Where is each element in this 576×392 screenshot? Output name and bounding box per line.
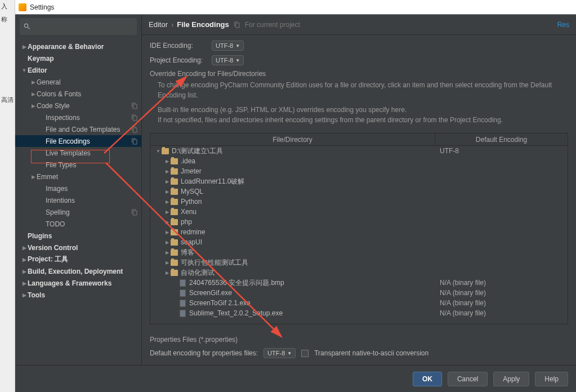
table-row[interactable]: ▶Jmeter: [150, 166, 568, 176]
cancel-button[interactable]: Cancel: [448, 372, 488, 386]
sidebar-item-tools[interactable]: Tools: [15, 289, 141, 301]
sidebar-item-images[interactable]: Images: [15, 182, 141, 194]
sidebar-item-version-control[interactable]: Version Control: [15, 242, 141, 253]
sidebar-item-code-style[interactable]: Code Style: [15, 100, 141, 112]
table-row[interactable]: ▶Xenu: [150, 207, 568, 217]
sidebar-item-live-templates[interactable]: Live Templates: [15, 147, 141, 159]
ide-encoding-dropdown[interactable]: UTF-8▼: [212, 41, 244, 51]
sidebar-item-inspections[interactable]: Inspections: [15, 112, 141, 123]
table-row[interactable]: ▶redmine: [150, 227, 568, 237]
override-section-title: Override Encoding for Files/Directories: [150, 70, 568, 78]
dialog-button-bar: OK Cancel Apply Help: [15, 365, 576, 392]
transparent-ascii-label: Transparent native-to-ascii conversion: [314, 349, 428, 357]
folder-icon: [171, 168, 178, 175]
window-titlebar[interactable]: Settings: [15, 0, 576, 15]
props-encoding-label: Default encoding for properties files:: [150, 349, 258, 357]
sidebar-item-label: Keymap: [28, 55, 138, 63]
file-name: Sublime_Text_2.0.2_Setup.exe: [189, 309, 283, 317]
sidebar-item-file-and-code-templates[interactable]: File and Code Templates: [15, 123, 141, 135]
properties-section: Properties Files (*.properties) Default …: [142, 329, 576, 365]
breadcrumb-parent[interactable]: Editor: [149, 20, 168, 29]
sidebar-item-label: General: [37, 78, 138, 86]
sidebar-item-plugins[interactable]: Plugins: [15, 230, 141, 242]
sidebar-item-appearance-behavior[interactable]: Appearance & Behavior: [15, 41, 141, 52]
sidebar-item-general[interactable]: General: [15, 76, 141, 88]
table-row[interactable]: ▶博客: [150, 247, 568, 257]
row-arrow-icon: ▶: [164, 260, 171, 265]
props-encoding-dropdown[interactable]: UTF-8▼: [264, 348, 296, 358]
sidebar-item-file-types[interactable]: File Types: [15, 159, 141, 171]
sidebar-item-todo[interactable]: TODO: [15, 218, 141, 230]
folder-icon: [171, 229, 178, 235]
table-row[interactable]: ▶可执行包性能测试工具: [150, 257, 568, 268]
folder-icon: [171, 189, 178, 195]
sidebar-item-label: Version Control: [28, 244, 138, 252]
table-row[interactable]: ▶MySQL: [150, 186, 568, 197]
file-name: 2404765536 安全提示问题.bmp: [189, 278, 284, 288]
sidebar-item-label: Live Templates: [46, 149, 138, 157]
file-name: 博客: [181, 248, 194, 257]
table-header: File/Directory Default Encoding: [150, 133, 568, 146]
encoding-form: IDE Encoding: UTF-8▼ Project Encoding: U…: [142, 35, 576, 133]
table-body: ▼D:\测试建立\工具UTF-8▶.idea▶Jmeter▶LoadRunner…: [150, 146, 568, 324]
tree-arrow-icon: [21, 68, 28, 73]
sidebar-item-project-[interactable]: Project: 工具: [15, 253, 141, 265]
sidebar-item-keymap[interactable]: Keymap: [15, 52, 141, 64]
col-file[interactable]: File/Directory: [150, 133, 435, 145]
table-row[interactable]: ScreenToGif 2.1.exeN/A (binary file): [150, 298, 568, 308]
sidebar-item-colors-fonts[interactable]: Colors & Fonts: [15, 88, 141, 100]
sidebar-item-label: Images: [46, 185, 138, 193]
col-encoding[interactable]: Default Encoding: [435, 133, 568, 145]
file-name: ScreenToGif 2.1.exe: [189, 299, 251, 307]
table-row[interactable]: ▶Python: [150, 197, 568, 207]
encoding-value: N/A (binary file): [435, 279, 568, 287]
table-row[interactable]: ▶自动化测试: [150, 268, 568, 278]
folder-icon: [171, 158, 178, 164]
sidebar-item-emmet[interactable]: Emmet: [15, 171, 141, 182]
reset-link[interactable]: Res: [557, 21, 569, 29]
sidebar-item-label: Emmet: [37, 173, 138, 181]
file-name: 可执行包性能测试工具: [181, 258, 248, 268]
override-desc-1: To change encoding PyCharm Community Edi…: [158, 80, 568, 100]
transparent-ascii-checkbox[interactable]: [301, 350, 309, 357]
project-encoding-dropdown[interactable]: UTF-8▼: [212, 55, 244, 65]
row-arrow-icon: ▼: [155, 149, 162, 154]
search-input[interactable]: [20, 18, 137, 35]
table-row[interactable]: ScreenGif.exeN/A (binary file): [150, 288, 568, 298]
sidebar-item-build-execution-deployment[interactable]: Build, Execution, Deployment: [15, 265, 141, 277]
folder-icon: [162, 148, 169, 154]
table-row[interactable]: ▶LoadRunner11.0破解: [150, 176, 568, 186]
sidebar-item-label: Spelling: [46, 208, 131, 216]
sidebar-item-spelling[interactable]: Spelling: [15, 206, 141, 218]
row-arrow-icon: ▶: [164, 189, 171, 194]
table-row[interactable]: ▼D:\测试建立\工具UTF-8: [150, 146, 568, 156]
copy-icon: [131, 138, 138, 145]
help-button[interactable]: Help: [535, 372, 568, 386]
table-row[interactable]: ▶.idea: [150, 156, 568, 166]
sidebar-item-file-encodings[interactable]: File Encodings: [15, 135, 141, 147]
tree-arrow-icon: [21, 245, 28, 251]
sidebar-item-editor[interactable]: Editor: [15, 64, 141, 76]
file-name: ScreenGif.exe: [189, 289, 232, 297]
table-row[interactable]: ▶php: [150, 217, 568, 227]
apply-button[interactable]: Apply: [493, 372, 529, 386]
table-row[interactable]: ▶soapUI: [150, 237, 568, 247]
sidebar-item-label: Editor: [28, 66, 138, 74]
folder-icon: [171, 270, 178, 276]
copy-icon: [131, 209, 138, 216]
sidebar-item-intentions[interactable]: Intentions: [15, 194, 141, 206]
ok-button[interactable]: OK: [413, 372, 442, 386]
window-title: Settings: [30, 3, 54, 11]
sidebar-item-label: Appearance & Behavior: [28, 43, 138, 51]
sidebar-item-languages-frameworks[interactable]: Languages & Frameworks: [15, 277, 141, 289]
tree-arrow-icon: [21, 280, 28, 286]
file-icon: [180, 310, 186, 317]
breadcrumb-sep: ›: [171, 20, 173, 29]
table-row[interactable]: 2404765536 安全提示问题.bmpN/A (binary file): [150, 278, 568, 288]
row-arrow-icon: ▶: [164, 179, 171, 184]
sidebar-item-label: File Encodings: [46, 137, 131, 145]
encoding-table: File/Directory Default Encoding ▼D:\测试建立…: [150, 133, 568, 324]
table-row[interactable]: Sublime_Text_2.0.2_Setup.exeN/A (binary …: [150, 308, 568, 318]
row-arrow-icon: ▶: [164, 230, 171, 235]
settings-dialog: Appearance & BehaviorKeymapEditorGeneral…: [15, 15, 576, 392]
